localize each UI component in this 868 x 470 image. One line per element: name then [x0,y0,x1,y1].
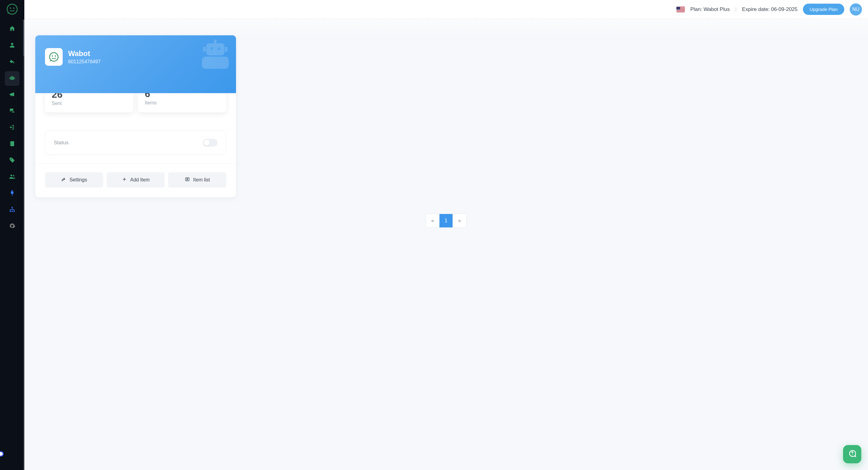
svg-point-37 [852,454,853,456]
content: Wabot 601125476497 26 Sent [24,19,868,470]
home-icon [9,25,16,33]
svg-point-3 [11,43,13,45]
sidebar-item-profile[interactable] [5,38,20,53]
plan-label: Plan: Wabot Plus [690,6,730,12]
svg-rect-13 [10,145,11,146]
svg-rect-10 [11,141,14,146]
item-list-button[interactable]: Item list [168,172,226,187]
sidebar-item-campaign[interactable] [5,88,20,102]
robot-watermark-icon [202,39,229,70]
svg-point-14 [11,158,11,159]
sidebar-item-reply[interactable] [5,55,20,69]
sidebar-item-home[interactable] [5,22,20,36]
actions-row: Settings Add Item Item list [35,164,236,197]
app-logo [5,2,19,16]
topbar: Plan: Wabot Plus | Expire date: 06-09-20… [24,0,868,19]
pagination-next[interactable]: » [453,214,466,227]
tag-icon [9,157,16,165]
svg-rect-27 [203,47,206,52]
sidebar-scrollbar[interactable] [23,20,24,470]
svg-point-16 [13,175,14,177]
status-row: Status [45,130,226,155]
svg-rect-26 [202,57,229,69]
bot-hero: Wabot 601125476497 [35,35,236,93]
status-toggle[interactable] [203,139,217,147]
svg-point-6 [12,78,13,79]
users-icon [9,173,16,181]
svg-rect-25 [214,39,217,43]
divider: | [735,6,736,12]
book-icon [9,140,16,148]
sidebar-item-team[interactable] [5,170,20,184]
sidebar-item-tags[interactable] [5,153,20,168]
svg-rect-18 [11,207,13,208]
settings-button-label: Settings [69,177,87,183]
sidebar-item-contacts[interactable] [5,137,20,152]
svg-rect-12 [10,143,11,144]
svg-rect-22 [206,43,224,55]
svg-point-23 [210,47,213,50]
sidebar-item-network[interactable] [5,203,20,217]
svg-point-29 [50,53,58,61]
sidebar-item-bots[interactable] [5,71,20,86]
expire-label: Expire date: 06-09-2025 [742,6,798,12]
nodes-icon [9,206,16,214]
item-list-button-label: Item list [193,177,210,183]
svg-rect-9 [14,78,15,79]
svg-point-31 [55,55,56,57]
help-chat-icon [848,449,857,459]
add-item-button[interactable]: Add Item [107,172,165,187]
svg-rect-20 [11,211,13,212]
add-item-button-label: Add Item [130,177,150,183]
svg-rect-17 [12,194,12,196]
stat-sent-label: Sent [52,101,126,106]
plug-icon [9,189,16,198]
svg-rect-28 [225,47,227,52]
bot-avatar [45,48,63,66]
reply-icon [9,58,16,66]
svg-point-1 [10,8,11,9]
gear-icon [9,223,16,230]
svg-rect-11 [10,142,11,143]
chat-icon [9,108,16,115]
help-fab[interactable] [843,445,861,463]
pagination-prev[interactable]: « [426,214,439,227]
settings-button[interactable]: Settings [45,172,103,187]
robot-icon [9,75,16,83]
sidebar-item-export[interactable] [5,121,20,135]
sidebar-item-chat[interactable] [5,104,20,119]
bot-name: Wabot [68,49,101,58]
svg-rect-8 [9,78,10,79]
sidebar-item-plugins[interactable] [5,186,20,201]
svg-point-0 [7,4,17,14]
sidebar-item-settings[interactable] [5,219,20,234]
upgrade-plan-button[interactable]: Upgrade Plan [803,4,844,15]
svg-point-24 [217,47,220,50]
svg-rect-21 [14,211,15,212]
bot-phone: 601125476497 [68,59,101,64]
plus-icon [122,177,127,183]
pagination-page-1[interactable]: 1 [439,214,453,227]
locale-flag[interactable] [676,7,685,12]
svg-point-30 [52,55,53,57]
svg-point-15 [11,175,12,177]
wrench-icon [61,177,66,183]
sidebar-nav [0,22,24,470]
megaphone-icon [9,91,16,99]
logout-icon [9,124,16,132]
sidebar [0,0,24,470]
list-icon [185,177,190,183]
user-icon [9,42,16,50]
svg-point-2 [13,8,14,9]
stat-items-label: Items [145,100,220,106]
pagination: « 1 » [35,214,857,228]
user-avatar[interactable]: NU [850,3,862,16]
svg-rect-7 [12,76,12,77]
svg-rect-4 [10,77,14,80]
svg-point-5 [11,78,12,79]
bot-card: Wabot 601125476497 26 Sent [35,35,236,197]
status-label: Status [54,140,68,146]
main-area: Plan: Wabot Plus | Expire date: 06-09-20… [24,0,868,470]
svg-rect-19 [10,211,11,212]
